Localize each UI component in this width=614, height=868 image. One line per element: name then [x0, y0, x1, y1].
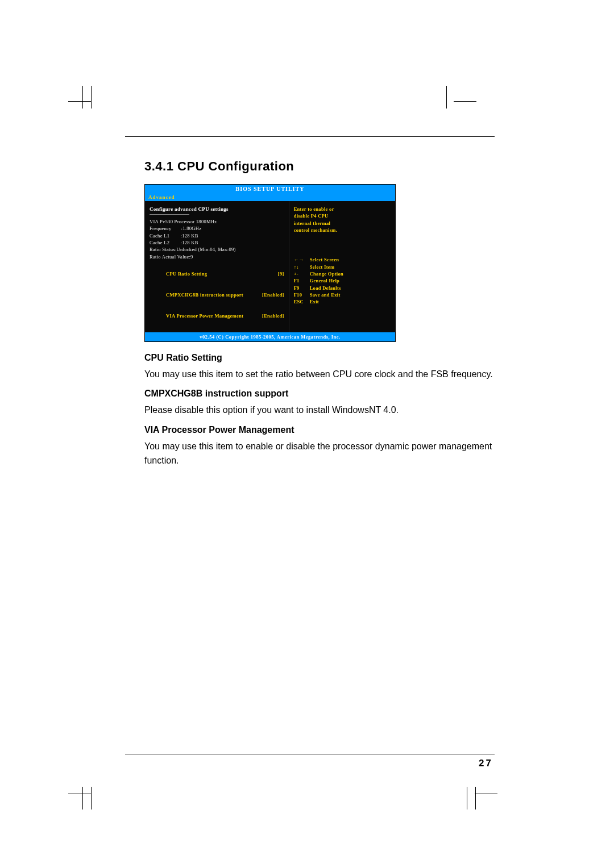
- nav-action: General Help: [310, 278, 339, 283]
- help-line: disable P4 CPU: [294, 212, 391, 219]
- crop-mark: [467, 787, 467, 809]
- nav-key: F9: [294, 285, 310, 291]
- crop-mark: [446, 86, 447, 108]
- desc-body: You may use this item to set the ratio b…: [144, 368, 493, 382]
- cpu-info-line: Ratio Actual Value:9: [150, 253, 284, 260]
- bios-option-via-power[interactable]: VIA Processor Power Management[Enabled]: [150, 306, 284, 327]
- page: 3.4.1 CPU Configuration BIOS SETUP UTILI…: [0, 0, 614, 868]
- bios-tab-advanced[interactable]: Advanced: [148, 194, 175, 200]
- crop-mark: [82, 787, 83, 809]
- bios-help-text: Enter to enable or disable P4 CPU intern…: [294, 206, 391, 233]
- desc-heading: VIA Processor Power Management: [144, 423, 493, 437]
- crop-mark: [91, 86, 92, 108]
- nav-key: ↑↓: [294, 264, 310, 270]
- option-value: [9]: [278, 270, 284, 277]
- bios-title: BIOS SETUP UTILITY: [145, 185, 395, 193]
- desc-heading: CMPXCHG8B instruction support: [144, 387, 493, 401]
- description-block: CPU Ratio Setting You may use this item …: [144, 351, 493, 468]
- help-line: Enter to enable or: [294, 206, 391, 212]
- nav-row: +-Change Option: [294, 270, 391, 277]
- bios-header-underline: [150, 214, 189, 215]
- option-label: VIA Processor Power Management: [166, 313, 243, 319]
- bios-footer: v02.54 (C) Copyright 1985-2005, American…: [145, 332, 395, 341]
- desc-body: Please disable this option if you want t…: [144, 403, 493, 418]
- nav-row: F1General Help: [294, 277, 391, 284]
- nav-key: F1: [294, 277, 310, 284]
- crop-mark: [475, 794, 497, 794]
- nav-row: F10Save and Exit: [294, 291, 391, 298]
- crop-mark: [82, 86, 83, 108]
- cpu-info-line: VIA Pv530 Processor 1800MHz: [150, 218, 284, 225]
- header-rule: [125, 136, 495, 137]
- bios-nav-keys: ←→Select Screen ↑↓Select Item +-Change O…: [294, 256, 391, 305]
- crop-mark: [454, 101, 476, 102]
- crop-mark: [475, 787, 476, 809]
- nav-action: Save and Exit: [310, 292, 341, 298]
- cpu-info-line: Ratio Status:Unlocked (Min:04, Max:09): [150, 246, 284, 253]
- page-number: 27: [479, 758, 493, 769]
- option-label: CMPXCHG8B instruction support: [166, 292, 243, 298]
- bios-tab-row: Advanced: [145, 193, 395, 201]
- bios-left-panel: Configure advanced CPU settings VIA Pv53…: [145, 201, 289, 332]
- nav-action: Exit: [310, 299, 319, 304]
- crop-mark: [68, 794, 91, 794]
- cpu-info-line: Cache L1 :128 KB: [150, 232, 284, 239]
- bios-right-panel: Enter to enable or disable P4 CPU intern…: [289, 201, 395, 332]
- nav-action: Select Screen: [310, 257, 339, 262]
- nav-row: ESCExit: [294, 298, 391, 305]
- nav-key: ←→: [294, 256, 310, 263]
- nav-action: Change Option: [310, 271, 343, 277]
- crop-mark: [68, 101, 91, 102]
- nav-key: ESC: [294, 298, 310, 305]
- bios-body: Configure advanced CPU settings VIA Pv53…: [145, 201, 395, 332]
- help-line: control mechanism.: [294, 227, 391, 233]
- nav-row: ↑↓Select Item: [294, 264, 391, 270]
- section-heading: 3.4.1 CPU Configuration: [144, 159, 493, 174]
- cpu-info-line: Cache L2 :128 KB: [150, 239, 284, 246]
- bios-option-cmpxchg8b[interactable]: CMPXCHG8B instruction support[Enabled]: [150, 285, 284, 306]
- nav-key: +-: [294, 270, 310, 277]
- option-label: CPU Ratio Setting: [166, 271, 207, 277]
- option-value: [Enabled]: [262, 312, 284, 319]
- option-value: [Enabled]: [262, 291, 284, 298]
- bios-option-cpu-ratio[interactable]: CPU Ratio Setting[9]: [150, 264, 284, 285]
- nav-row: ←→Select Screen: [294, 256, 391, 263]
- desc-body: You may use this item to enable or disab…: [144, 440, 493, 468]
- nav-row: F9Load Defaults: [294, 285, 391, 291]
- footer-rule: [125, 754, 495, 754]
- content-area: 3.4.1 CPU Configuration BIOS SETUP UTILI…: [144, 159, 493, 473]
- bios-panel-header: Configure advanced CPU settings: [150, 206, 284, 213]
- bios-screenshot: BIOS SETUP UTILITY Advanced Configure ad…: [144, 184, 396, 342]
- cpu-info-line: Frequency :1.80GHz: [150, 225, 284, 232]
- nav-action: Select Item: [310, 264, 335, 270]
- crop-mark: [91, 787, 92, 809]
- nav-key: F10: [294, 291, 310, 298]
- desc-heading: CPU Ratio Setting: [144, 351, 493, 365]
- help-line: internal thermal: [294, 220, 391, 227]
- nav-action: Load Defaults: [310, 285, 341, 291]
